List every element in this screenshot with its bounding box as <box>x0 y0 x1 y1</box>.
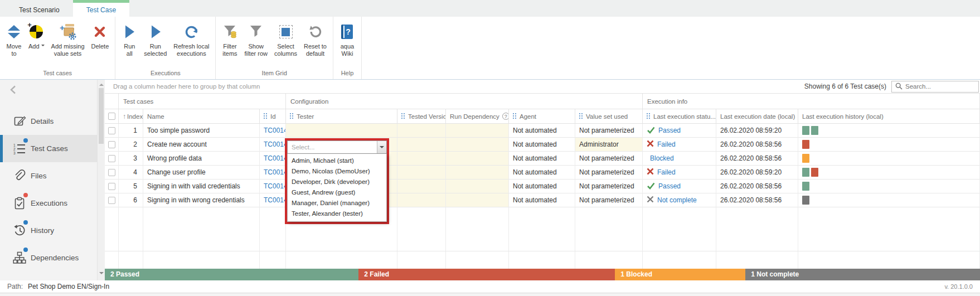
value-set-cell[interactable]: Not parameterized <box>575 193 643 207</box>
ribbon-group-test-cases: Move toAdd+Add missing value setsDeleteT… <box>0 17 115 79</box>
tested-version-cell[interactable] <box>397 138 446 152</box>
column-header-index[interactable]: ↑Index <box>119 109 143 124</box>
version-label: v. 20.1.0.0 <box>944 283 973 290</box>
sidebar-item-details[interactable]: Details <box>0 108 97 135</box>
column-header-last-execution-statu[interactable]: Last execution statu... <box>643 109 716 124</box>
tested-version-cell[interactable] <box>397 193 446 207</box>
run-dependency-cell[interactable] <box>446 179 509 193</box>
select-columns-button[interactable]: Select columns <box>271 20 300 59</box>
status-segment-2-failed: 2 Failed <box>358 269 615 280</box>
column-header-last-execution-date-local[interactable]: Last execution date (local) <box>716 109 798 124</box>
dropdown-option-tester-alexander-tester[interactable]: Tester, Alexander (tester) <box>288 208 386 219</box>
column-header-id[interactable]: Id <box>260 109 286 124</box>
caret-down-icon <box>41 45 45 48</box>
sidebar-item-executions[interactable]: Executions <box>0 190 97 217</box>
column-header-last-execution-history-local[interactable]: Last execution history (local) <box>798 109 980 124</box>
column-header-run-dependency[interactable]: Run Dependency? <box>446 109 509 124</box>
row-checkbox[interactable] <box>108 141 115 148</box>
status-link[interactable]: Failed <box>657 168 676 176</box>
filter-items-button[interactable]: Filter items <box>219 20 241 59</box>
row-checkbox[interactable] <box>108 183 115 190</box>
dropdown-option-guest-andrew-guest[interactable]: Guest, Andrew (guest) <box>288 187 386 198</box>
value-set-cell[interactable]: Administrator <box>575 138 643 152</box>
id-link[interactable]: TC001434 <box>260 138 286 152</box>
caret-down-icon <box>380 146 384 151</box>
add-missing-value-sets-button[interactable]: +Add missing value sets <box>48 20 88 59</box>
search-box[interactable] <box>891 81 979 93</box>
sidebar-item-dependencies[interactable]: Dependencies <box>0 244 97 271</box>
band-header-row: Test casesConfigurationExecution info <box>105 94 980 109</box>
sidebar-scrollbar[interactable] <box>97 80 105 280</box>
dropdown-option-admin-michael-start[interactable]: Admin, Michael (start) <box>288 156 386 166</box>
delete-button[interactable]: Delete <box>88 20 113 51</box>
group-by-bar[interactable]: Drag a column header here to group by th… <box>105 80 980 94</box>
dropdown-option-demo-nicolas-demouser[interactable]: Demo, Nicolas (DemoUser) <box>288 166 386 177</box>
run-selected-button[interactable]: Run selected <box>140 20 170 59</box>
dropdown-option-developer-dirk-developer[interactable]: Developer, Dirk (developer) <box>288 177 386 187</box>
table-row: 2Create new accountTC001434Not automated… <box>105 138 980 152</box>
status-link[interactable]: Passed <box>658 182 681 190</box>
column-header-row: ↑IndexNameIdTesterTested VersionRun Depe… <box>105 109 980 124</box>
reset-to-default-button[interactable]: Reset to default <box>300 20 330 59</box>
run-dependency-cell[interactable] <box>446 152 509 166</box>
run-dependency-cell[interactable] <box>446 166 509 179</box>
dropdown-toggle-button[interactable] <box>377 141 386 153</box>
drag-grip-icon <box>401 113 405 119</box>
scroll-up-icon[interactable] <box>99 81 104 86</box>
collapse-sidebar-icon[interactable] <box>10 85 16 96</box>
column-header-tested-version[interactable]: Tested Version <box>397 109 446 124</box>
status-link[interactable]: Failed <box>657 140 676 148</box>
tab-test-case[interactable]: Test Case <box>73 0 129 17</box>
value-set-cell[interactable]: Not parameterized <box>575 124 643 138</box>
value-set-cell[interactable]: Not parameterized <box>575 152 643 166</box>
refresh-local-executions-button[interactable]: Refresh local executions <box>170 20 212 59</box>
run-dependency-cell[interactable] <box>446 138 509 152</box>
band-header-configuration: Configuration <box>286 94 643 109</box>
show-filter-row-button[interactable]: Show filter row <box>241 20 271 59</box>
scrollbar-thumb[interactable] <box>99 88 104 144</box>
aqua-wiki-button[interactable]: ?aqua Wiki <box>336 20 358 59</box>
tested-version-cell[interactable] <box>397 152 446 166</box>
id-link[interactable]: TC001432 <box>260 166 286 179</box>
row-checkbox[interactable] <box>108 197 115 204</box>
column-header-tester[interactable]: Tester <box>286 109 397 124</box>
id-link[interactable]: TC001431 <box>260 179 286 193</box>
row-checkbox[interactable] <box>108 127 115 134</box>
sidebar-item-label: Details <box>31 117 54 125</box>
reset-icon <box>308 21 323 43</box>
select-all-checkbox[interactable] <box>108 113 115 120</box>
run-dependency-cell[interactable] <box>446 124 509 138</box>
tested-version-cell[interactable] <box>397 166 446 179</box>
id-link[interactable]: TC001430 <box>260 193 286 207</box>
svg-text:3: 3 <box>13 151 16 154</box>
scroll-down-icon[interactable] <box>99 272 104 276</box>
status-link[interactable]: Blocked <box>650 154 674 162</box>
dropdown-option-manager-daniel-manager[interactable]: Manager, Daniel (manager) <box>288 198 386 208</box>
tester-cell[interactable] <box>286 124 397 138</box>
sidebar-item-test-cases[interactable]: 123Test Cases <box>0 135 97 162</box>
row-checkbox[interactable] <box>108 155 115 162</box>
run-all-button[interactable]: Run all <box>118 20 140 59</box>
value-set-cell[interactable]: Not parameterized <box>575 179 643 193</box>
move-to-button[interactable]: Move to <box>3 20 25 59</box>
column-header-name[interactable]: Name <box>143 109 260 124</box>
tester-select-editor[interactable]: Select... <box>287 140 387 154</box>
row-checkbox[interactable] <box>108 169 115 176</box>
run-dependency-cell[interactable] <box>446 193 509 207</box>
add-button[interactable]: Add <box>25 20 48 51</box>
column-header-value-set-used[interactable]: Value set used <box>575 109 643 124</box>
org-chart-icon <box>13 251 26 265</box>
status-link[interactable]: Passed <box>658 127 681 134</box>
id-link[interactable]: TC001435 <box>260 124 286 138</box>
tab-test-scenario[interactable]: Test Scenario <box>6 0 73 17</box>
status-link[interactable]: Not complete <box>657 196 697 204</box>
search-input[interactable] <box>905 83 975 90</box>
column-header-agent[interactable]: Agent <box>509 109 575 124</box>
sidebar-item-files[interactable]: Files <box>0 162 97 190</box>
sidebar-item-history[interactable]: History <box>0 217 97 244</box>
tested-version-cell[interactable] <box>397 124 446 138</box>
id-link[interactable]: TC001433 <box>260 152 286 166</box>
tested-version-cell[interactable] <box>397 179 446 193</box>
tester-dropdown-highlight: Select... Admin, Michael (start)Demo, Ni… <box>285 138 389 224</box>
value-set-cell[interactable]: Not parameterized <box>575 166 643 179</box>
